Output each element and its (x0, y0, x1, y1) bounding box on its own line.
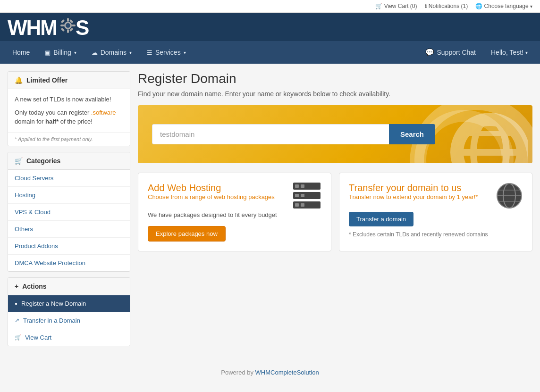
card1-header-row: Add Web Hosting Choose from a range of w… (148, 183, 321, 209)
offer-text-1: A new set of TLDs is now available! (15, 95, 123, 104)
search-banner: Search (138, 105, 532, 163)
transfer-domain-button[interactable]: Transfer a domain (349, 212, 413, 226)
card1-desc: We have packages designed to fit every b… (148, 211, 321, 218)
card2-title: Transfer your domain to us (349, 183, 478, 193)
transfer-domain-card: Transfer your domain to us Transfer now … (339, 173, 532, 251)
svg-rect-25 (301, 203, 304, 207)
nav-billing[interactable]: ▣ Billing ▾ (37, 41, 84, 64)
software-link[interactable]: .software (91, 109, 116, 116)
nav-services[interactable]: ☰ Services ▾ (139, 41, 194, 64)
svg-text:WHM: WHM (8, 16, 57, 39)
svg-rect-19 (301, 184, 304, 188)
sidebar-item-dmca[interactable]: DMCA Website Protection (8, 255, 130, 271)
topbar: View Cart (0) ℹ Notifications (1) Choose… (0, 0, 540, 13)
limited-offer-body: A new set of TLDs is now available! Only… (8, 89, 130, 132)
vps-label: VPS & Cloud (15, 209, 51, 216)
bell-icon: 🔔 (15, 76, 23, 84)
cart-label: View Cart (0) (384, 3, 417, 9)
search-button[interactable]: Search (389, 124, 435, 144)
action-cart[interactable]: 🛒 View Cart (8, 329, 130, 346)
svg-rect-24 (295, 203, 299, 207)
card1-title-part2: Hosting (189, 183, 221, 193)
header: WHM S (0, 13, 540, 41)
card2-title-text: Transfer your domain to us (349, 183, 461, 193)
domain-search-input[interactable] (152, 124, 389, 144)
sidebar-item-vps[interactable]: VPS & Cloud (8, 204, 130, 221)
billing-icon: ▣ (45, 49, 51, 56)
categories-header: 🛒 Categories (8, 152, 130, 170)
register-label: Register a New Domain (21, 300, 86, 307)
nav-home[interactable]: Home (5, 41, 37, 64)
page-title: Register Domain (138, 71, 532, 86)
billing-caret: ▾ (74, 50, 76, 55)
server-icon (293, 183, 321, 209)
action-transfer[interactable]: ↗ Transfer in a Domain (8, 312, 130, 329)
sidebar-item-hosting[interactable]: Hosting (8, 187, 130, 204)
transfer-btn-label: Transfer a domain (356, 216, 406, 223)
svg-rect-18 (295, 184, 299, 188)
limited-offer-title: Limited Offer (26, 76, 68, 84)
svg-rect-21 (295, 194, 299, 197)
actions-header: + Actions (8, 278, 130, 295)
cart-link[interactable]: View Cart (0) (375, 3, 417, 9)
svg-rect-7 (61, 19, 65, 23)
caret-language (530, 3, 532, 9)
svg-text:S: S (76, 16, 89, 39)
explore-btn-label: Explore packages now (156, 230, 218, 237)
nav-billing-label: Billing (53, 49, 71, 56)
main-content: Register Domain Find your new domain nam… (138, 71, 532, 352)
notifications-link[interactable]: ℹ Notifications (1) (425, 3, 468, 9)
cart-icon (375, 3, 382, 9)
language-link[interactable]: Choose language (475, 3, 532, 9)
card2-note: * Excludes certain TLDs and recently ren… (349, 231, 523, 238)
cloud-label: Cloud Servers (15, 175, 53, 182)
support-chat-link[interactable]: 💬 Support Chat (418, 41, 484, 64)
services-caret: ▾ (184, 50, 186, 55)
svg-point-13 (473, 119, 506, 163)
actions-card: + Actions ● Register a New Domain ↗ Tran… (8, 277, 130, 346)
card1-subtitle: Choose from a range of web hosting packa… (148, 193, 275, 200)
info-icon: ℹ (425, 3, 427, 9)
offer-text-2: Only today you can register .software do… (15, 108, 123, 126)
explore-packages-button[interactable]: Explore packages now (148, 226, 226, 242)
categories-title: Categories (26, 157, 60, 165)
actions-title: Actions (22, 283, 46, 290)
svg-point-2 (66, 23, 70, 28)
card1-title-block: Add Web Hosting Choose from a range of w… (148, 183, 275, 205)
sidebar-item-cloud[interactable]: Cloud Servers (8, 170, 130, 187)
card1-title-part1: Add Web (148, 183, 189, 193)
transfer-label: Transfer in a Domain (23, 317, 80, 324)
user-greeting: Hello, Test! (491, 49, 523, 56)
nav-domains-label: Domains (101, 49, 127, 56)
search-btn-label: Search (400, 130, 424, 138)
search-form: Search (152, 124, 435, 144)
cards-row: Add Web Hosting Choose from a range of w… (138, 173, 532, 251)
language-label: Choose language (484, 3, 529, 9)
chat-icon: 💬 (425, 48, 434, 57)
offer-text-end: of the price! (59, 118, 93, 125)
cart-action-label: View Cart (25, 334, 51, 341)
svg-rect-5 (60, 25, 64, 26)
services-icon: ☰ (147, 49, 152, 56)
limited-offer-header: 🔔 Limited Offer (8, 72, 130, 89)
web-hosting-card: Add Web Hosting Choose from a range of w… (138, 173, 331, 251)
nav-domains[interactable]: ☁ Domains ▾ (84, 41, 139, 64)
svg-rect-4 (67, 29, 69, 33)
card2-title-block: Transfer your domain to us Transfer now … (349, 183, 478, 205)
logo: WHM S (8, 15, 93, 39)
globe-icon-card (496, 183, 523, 209)
user-menu[interactable]: Hello, Test! ▾ (483, 41, 535, 64)
transfer-icon: ↗ (15, 317, 19, 324)
domains-icon: ☁ (92, 49, 98, 56)
domains-caret: ▾ (129, 50, 132, 55)
brand-link[interactable]: WHMCompleteSolution (255, 369, 319, 376)
sidebar-item-others[interactable]: Others (8, 221, 130, 238)
whmcs-logo-svg: WHM S (8, 15, 93, 39)
card2-header-row: Transfer your domain to us Transfer now … (349, 183, 523, 209)
sidebar-item-addons[interactable]: Product Addons (8, 238, 130, 255)
categories-card: 🛒 Categories Cloud Servers Hosting VPS &… (8, 152, 130, 272)
offer-text-pre: Only today you can register (15, 109, 91, 116)
action-register[interactable]: ● Register a New Domain (8, 295, 130, 312)
powered-by-text: Powered by (221, 369, 255, 376)
svg-point-12 (457, 119, 523, 163)
